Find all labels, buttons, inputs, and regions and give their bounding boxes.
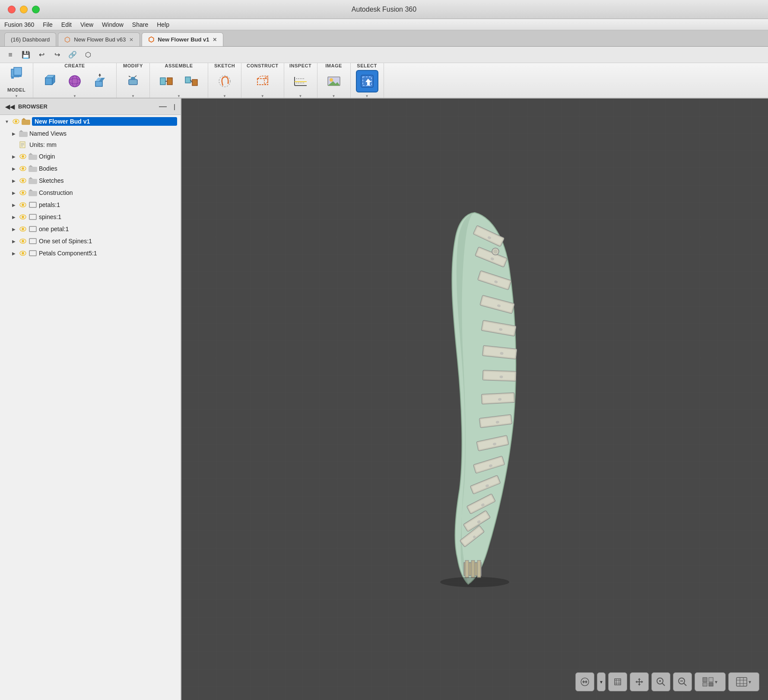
zoom-in-button[interactable] xyxy=(651,672,670,691)
construction-toggle[interactable]: ▶ xyxy=(10,189,17,196)
one-set-spines-label: One set of Spines:1 xyxy=(39,238,177,245)
create-extrude-icon[interactable] xyxy=(89,70,111,92)
redo-button[interactable]: ↪ xyxy=(51,49,63,61)
bodies-label: Bodies xyxy=(39,165,177,172)
petals-component5-toggle[interactable]: ▶ xyxy=(10,250,17,257)
petals-toggle[interactable]: ▶ xyxy=(10,201,17,208)
toolbar-construct-section: CONSTRUCT ▼ xyxy=(241,63,284,98)
viewport[interactable]: ▼ xyxy=(181,99,768,700)
menu-bar: Fusion 360 File Edit View Window Share H… xyxy=(0,19,768,30)
svg-rect-10 xyxy=(95,81,102,86)
bodies-eye[interactable] xyxy=(19,165,27,172)
one-petal-toggle[interactable]: ▶ xyxy=(10,226,17,232)
zoom-out-button[interactable] xyxy=(673,672,692,691)
select-icon[interactable] xyxy=(356,70,378,92)
tab-file1-close[interactable]: ✕ xyxy=(213,37,217,43)
undo-button[interactable]: ↩ xyxy=(35,49,48,61)
tree-item-origin[interactable]: ▶ Origin xyxy=(0,150,181,162)
named-views-toggle[interactable]: ▶ xyxy=(10,130,17,137)
share-button[interactable]: ⬡ xyxy=(82,49,94,61)
units-doc-icon xyxy=(19,141,28,148)
tree-item-construction[interactable]: ▶ Construction xyxy=(0,187,181,199)
tree-item-one-set-spines[interactable]: ▶ One set of Spines:1 xyxy=(0,235,181,247)
root-eye[interactable] xyxy=(12,118,20,125)
tree-item-bodies[interactable]: ▶ Bodies xyxy=(0,162,181,175)
root-toggle[interactable]: ▼ xyxy=(3,118,10,125)
tree-item-petals-component5[interactable]: ▶ Petals Component5:1 xyxy=(0,247,181,259)
minimize-button[interactable] xyxy=(20,6,28,13)
svg-point-71 xyxy=(22,252,24,255)
orbit-dropdown-arrow[interactable]: ▼ xyxy=(597,672,606,691)
sketches-eye[interactable] xyxy=(19,177,27,185)
petals-folder-icon xyxy=(29,201,37,208)
close-button[interactable] xyxy=(8,6,16,13)
maximize-button[interactable] xyxy=(32,6,40,13)
browser-collapse-button[interactable]: ◀◀ xyxy=(5,103,15,110)
spines-eye[interactable] xyxy=(19,213,27,221)
one-set-spines-toggle[interactable]: ▶ xyxy=(10,238,17,245)
svg-line-16 xyxy=(129,76,130,77)
named-views-label: Named Views xyxy=(29,130,177,137)
bodies-toggle[interactable]: ▶ xyxy=(10,165,17,172)
construct-label: CONSTRUCT xyxy=(247,63,279,68)
svg-point-7 xyxy=(69,76,80,87)
menu-share[interactable]: Share xyxy=(132,21,148,28)
tree-item-named-views[interactable]: ▶ Named Views xyxy=(0,128,181,139)
svg-point-123 xyxy=(493,249,498,254)
svg-rect-19 xyxy=(167,78,172,85)
one-petal-eye[interactable] xyxy=(19,225,27,233)
create-box-icon[interactable] xyxy=(38,70,61,92)
origin-toggle[interactable]: ▶ xyxy=(10,153,17,160)
tree-item-one-petal[interactable]: ▶ one petal:1 xyxy=(0,223,181,235)
save-button[interactable]: 💾 xyxy=(20,49,32,61)
svg-point-39 xyxy=(15,120,17,123)
menu-fusion360[interactable]: Fusion 360 xyxy=(4,21,34,28)
tree-item-petals[interactable]: ▶ petals:1 xyxy=(0,199,181,211)
orbit-dropdown[interactable]: ▼ xyxy=(597,672,606,691)
display-mode-button[interactable]: ▼ xyxy=(695,672,726,691)
toolbar-create-section: CREATE xyxy=(33,63,117,98)
inspect-icon[interactable] xyxy=(289,70,312,92)
tree-item-sketches[interactable]: ▶ Sketches xyxy=(0,175,181,187)
image-icon[interactable] xyxy=(323,70,345,92)
construct-icon[interactable] xyxy=(251,70,274,92)
model-workspace-icon[interactable] xyxy=(5,63,28,86)
assemble-icon2[interactable] xyxy=(180,70,203,92)
svg-point-124 xyxy=(440,577,509,587)
root-folder-icon xyxy=(22,118,30,125)
sketch-icon[interactable] xyxy=(213,70,236,92)
tree-item-spines[interactable]: ▶ spines:1 xyxy=(0,211,181,223)
svg-rect-48 xyxy=(29,155,37,160)
menu-view[interactable]: View xyxy=(80,21,93,28)
construction-eye[interactable] xyxy=(19,189,27,197)
sketches-toggle[interactable]: ▶ xyxy=(10,177,17,184)
svg-rect-120 xyxy=(471,560,475,578)
tab-file1[interactable]: ⬡ New Flower Bud v1 ✕ xyxy=(142,32,223,46)
spines-toggle[interactable]: ▶ xyxy=(10,213,17,220)
orbit-button[interactable] xyxy=(575,672,594,691)
origin-eye[interactable] xyxy=(19,153,27,160)
menu-window[interactable]: Window xyxy=(102,21,124,28)
model-label: MODEL xyxy=(7,87,25,92)
pan-button[interactable] xyxy=(630,672,649,691)
browser-minimize-icon[interactable]: — xyxy=(159,102,167,111)
create-sphere-icon[interactable] xyxy=(63,70,86,92)
one-set-spines-eye[interactable] xyxy=(19,237,27,245)
svg-rect-60 xyxy=(29,202,36,207)
menu-help[interactable]: Help xyxy=(157,21,169,28)
menu-edit[interactable]: Edit xyxy=(61,21,72,28)
tree-item-root[interactable]: ▼ New Flower Bud v1 xyxy=(0,115,181,128)
tab-dashboard[interactable]: (16) Dashboard xyxy=(4,32,56,46)
view-settings-button[interactable]: ▼ xyxy=(728,672,759,691)
data-panel-button[interactable]: 🔗 xyxy=(67,49,79,61)
tab-file63-close[interactable]: ✕ xyxy=(129,37,133,43)
assemble-icon1[interactable] xyxy=(155,70,178,92)
menu-file[interactable]: File xyxy=(43,21,53,28)
modify-icon[interactable] xyxy=(122,70,144,92)
petals-eye[interactable] xyxy=(19,201,27,209)
petals-component5-eye[interactable] xyxy=(19,249,27,257)
petals-label: petals:1 xyxy=(39,201,177,208)
tab-file63[interactable]: ⬡ New Flower Bud v63 ✕ xyxy=(58,32,140,46)
fit-button[interactable] xyxy=(608,672,627,691)
hamburger-menu[interactable]: ≡ xyxy=(4,49,16,61)
